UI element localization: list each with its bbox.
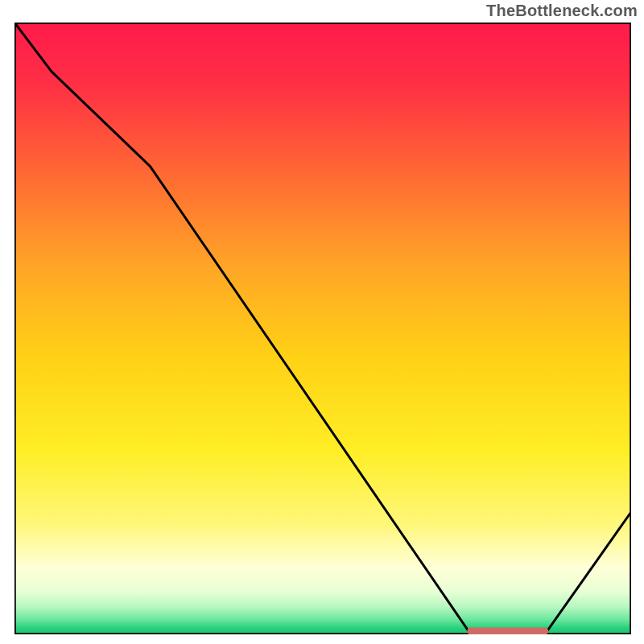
- watermark-text: TheBottleneck.com: [486, 2, 638, 20]
- chart-plot-area: [14, 23, 631, 634]
- gradient-background: [14, 23, 631, 634]
- chart-svg: [14, 23, 631, 634]
